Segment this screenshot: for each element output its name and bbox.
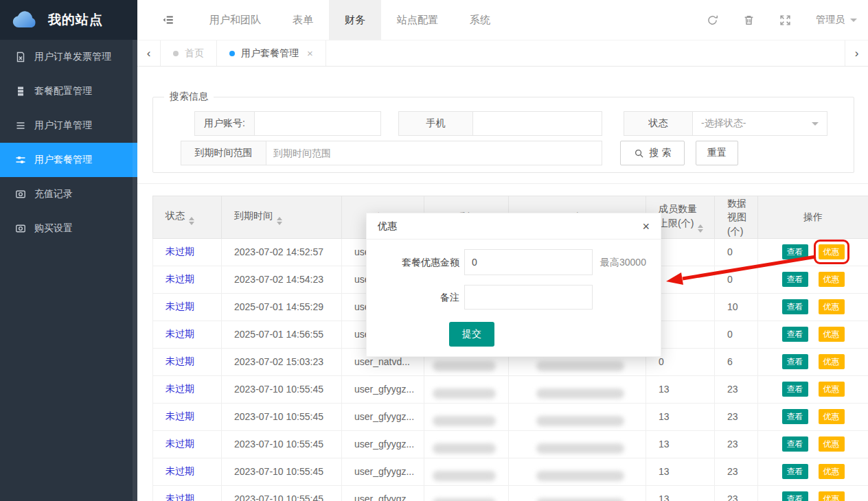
topnav-item[interactable]: 财务 [329,0,381,40]
view-button[interactable]: 查看 [782,299,808,314]
cell-data-views: 0 [715,266,758,293]
phone-label: 手机 [398,111,472,136]
reset-button[interactable]: 重置 [696,141,738,165]
discount-button[interactable]: 优惠 [819,409,845,424]
account-input[interactable] [254,111,381,136]
discount-button[interactable]: 优惠 [819,272,845,287]
date-range-input[interactable] [266,141,602,165]
discount-button[interactable]: 优惠 [819,299,845,314]
topnav-item[interactable]: 站点配置 [381,0,454,40]
discount-button[interactable]: 优惠 [819,436,845,452]
column-header[interactable]: 状态 [153,196,222,239]
refresh-icon[interactable] [707,14,718,26]
tabbar: ‹ 首页用户套餐管理× › [137,40,868,67]
cell-data-views: 10 [715,293,758,321]
cell-member-limit: 13 [646,403,715,430]
topnav: 用户和团队表单财务站点配置系统 [194,0,506,40]
brand-logo: 我的站点 [0,0,137,40]
trash-icon[interactable] [743,14,755,26]
sidebar-item[interactable]: 购买设置 [0,211,137,246]
sort-icon[interactable] [277,217,282,225]
row-actions: 查看优惠 [758,294,868,321]
tab-page[interactable]: 首页 [161,40,217,66]
cell-expire-time: 2023-07-10 10:55:45 [222,430,342,458]
cell-phone [424,458,509,485]
row-actions: 查看优惠 [758,404,868,430]
date-range-label: 到期时间范围 [181,141,266,165]
sidebar-item[interactable]: 用户订单管理 [0,108,137,143]
column-header: 操作 [758,196,868,239]
tab-label: 首页 [185,47,204,60]
status-badge: 未过期 [165,356,194,366]
topnav-item[interactable]: 表单 [277,0,329,40]
top-header: 用户和团队表单财务站点配置系统 管理员 [137,0,868,40]
cell-expire-time: 2023-07-10 10:55:45 [222,458,342,485]
close-tab-icon[interactable]: × [307,47,313,59]
section-divider [137,183,868,184]
discount-button[interactable]: 优惠 [819,354,845,369]
column-header[interactable]: 到期时间 [222,196,342,239]
view-button[interactable]: 查看 [782,436,808,452]
sidebar-scrollbar[interactable] [133,40,137,501]
view-button[interactable]: 查看 [782,244,808,259]
redacted-username [536,471,624,481]
tab-active[interactable]: 用户套餐管理× [217,40,326,66]
redacted-phone [433,416,496,426]
row-actions: 查看优惠 [758,239,868,266]
discount-button[interactable]: 优惠 [819,382,845,397]
view-button[interactable]: 查看 [782,491,808,501]
topnav-item[interactable]: 用户和团队 [194,0,277,40]
view-button[interactable]: 查看 [782,272,808,287]
redacted-username [536,443,624,454]
status-select[interactable]: -选择状态- [692,111,827,136]
tabs-scroll-left-icon[interactable]: ‹ [137,40,161,66]
topnav-item[interactable]: 系统 [454,0,506,40]
discount-button[interactable]: 优惠 [819,244,845,259]
phone-input[interactable] [472,111,602,136]
package-config-icon [15,86,26,97]
discount-button[interactable]: 优惠 [819,491,845,501]
status-select-value: -选择状态- [701,117,746,130]
submit-button[interactable]: 提交 [449,322,494,347]
fullscreen-icon[interactable] [779,14,791,26]
discount-button[interactable]: 优惠 [819,327,845,342]
close-icon[interactable]: × [642,220,650,233]
sidebar-item[interactable]: 用户订单发票管理 [0,40,137,74]
cell-expire-time: 2023-07-02 14:52:57 [222,238,342,266]
cell-status: 未过期 [153,266,222,293]
remark-input[interactable] [464,285,593,310]
cell-account: user_gfyygz... [342,375,424,403]
tab-dot-icon [229,51,235,56]
discount-amount-input[interactable] [464,249,593,275]
tabs-scroll-right-icon[interactable]: › [845,40,868,66]
cell-status: 未过期 [153,458,222,485]
sidebar-item[interactable]: 充值记录 [0,177,137,211]
cell-expire-time: 2023-07-10 10:55:45 [222,375,342,403]
cell-status: 未过期 [153,375,222,403]
admin-menu[interactable]: 管理员 [816,14,857,26]
discount-button[interactable]: 优惠 [819,464,845,479]
row-actions: 查看优惠 [758,486,868,501]
user-package-icon [15,154,26,165]
view-button[interactable]: 查看 [782,327,808,342]
remark-label: 备注 [367,285,459,310]
status-badge: 未过期 [165,301,194,312]
sort-icon[interactable] [189,217,194,225]
view-button[interactable]: 查看 [782,409,808,424]
collapse-menu-icon[interactable] [162,14,174,26]
sidebar: 我的站点 用户订单发票管理套餐配置管理用户订单管理用户套餐管理充值记录购买设置 [0,0,137,501]
cell-actions: 查看优惠 [758,266,868,293]
sidebar-item[interactable]: 套餐配置管理 [0,74,137,108]
view-button[interactable]: 查看 [782,354,808,369]
site-title: 我的站点 [48,11,103,29]
sort-icon[interactable] [698,224,703,233]
status-badge: 未过期 [165,465,194,476]
cell-status: 未过期 [153,321,222,348]
view-button[interactable]: 查看 [782,464,808,479]
cell-expire-time: 2025-07-01 14:56:55 [222,321,342,348]
sidebar-item[interactable]: 用户套餐管理 [0,143,137,177]
status-badge: 未过期 [165,383,194,394]
view-button[interactable]: 查看 [782,382,808,397]
search-button[interactable]: 搜 索 [620,141,685,165]
sidebar-menu: 用户订单发票管理套餐配置管理用户订单管理用户套餐管理充值记录购买设置 [0,40,137,246]
